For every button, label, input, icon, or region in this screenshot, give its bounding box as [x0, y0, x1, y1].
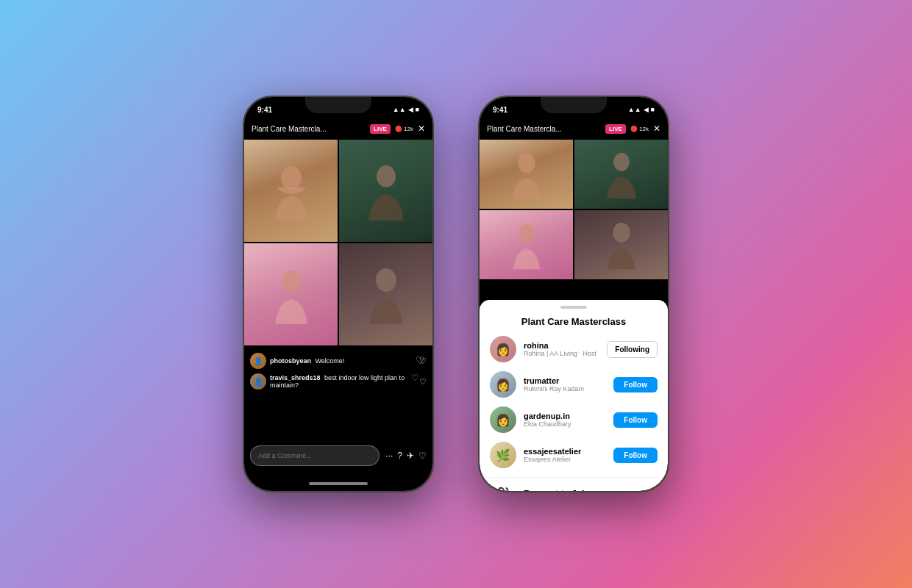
question-icon[interactable]: ? [397, 451, 402, 461]
username-trumatter: trumatter [524, 376, 606, 385]
chat-text-2: travis_shreds18 best indoor low light pl… [270, 374, 416, 389]
video-cell-1 [244, 140, 338, 242]
person-r2 [603, 148, 640, 200]
follow-button-gardenup[interactable]: Follow [613, 412, 658, 428]
svg-point-2 [282, 270, 301, 293]
avatar-essajees: 🌿 [490, 442, 516, 468]
live-header-right: Plant Care Mastercla... LIVE 🔴 12k ✕ [480, 118, 668, 140]
chat-text-1: photosbyean Welcome! [270, 357, 344, 365]
following-button-rohina[interactable]: Following [607, 341, 658, 358]
viewer-count-right: 🔴 12k [630, 126, 649, 132]
video-cell-r3 [480, 210, 573, 279]
username-rohina: rohina [524, 341, 599, 350]
participant-row-trumatter: 👩 trumatter Rukmini Ray Kadam Follow [490, 371, 658, 398]
status-time-left: 9:41 [257, 106, 272, 114]
right-phone: 9:41 ▲▲ ◀ ■ Plant Care Mastercla... LIVE… [478, 96, 669, 492]
info-trumatter: trumatter Rukmini Ray Kadam [524, 376, 606, 392]
info-gardenup: gardenup.in Ekta Chaudhary [524, 412, 606, 428]
comment-input-left[interactable] [250, 445, 380, 466]
request-join-row[interactable]: Request to Join [490, 477, 658, 491]
info-essajees: essajeesatelier Essajees Atelier [524, 447, 606, 463]
wifi-icon-right: ◀ [644, 106, 649, 113]
chat-message-2: 👤 travis_shreds18 best indoor low light … [250, 373, 427, 390]
live-header-left: Plant Care Mastercla... LIVE 🔴 12k ✕ [244, 118, 432, 140]
viewer-count-left: 🔴 12k [395, 126, 413, 132]
sheet-title: Plant Care Masterclass [490, 316, 658, 327]
participant-row-rohina: 👩 rohina Rohina | AA Living · Host Follo… [490, 336, 658, 362]
chat-username-1: photosbyean [270, 357, 311, 365]
live-title-left: Plant Care Mastercla... [252, 125, 366, 133]
person-r4 [603, 219, 640, 270]
participant-row-gardenup: 👩 gardenup.in Ekta Chaudhary Follow [490, 406, 658, 433]
close-button-right[interactable]: ✕ [653, 123, 660, 134]
svg-point-1 [377, 165, 396, 187]
video-cell-r2 [574, 140, 668, 209]
username-essajees: essajeesatelier [524, 447, 606, 456]
video-grid-right [480, 140, 668, 279]
person-r3 [508, 219, 545, 270]
close-button-left[interactable]: ✕ [418, 123, 425, 134]
right-screen: 9:41 ▲▲ ◀ ■ Plant Care Mastercla... LIVE… [480, 97, 668, 491]
svg-point-6 [519, 225, 535, 243]
wifi-icon: ◀ [408, 106, 413, 113]
follow-button-trumatter[interactable]: Follow [613, 377, 658, 392]
status-bar-right: 9:41 ▲▲ ◀ ■ [480, 97, 668, 118]
chat-avatar-icon-1: 👤 [254, 357, 263, 365]
heart-float-1: ♡ [416, 354, 425, 366]
chat-message-text-1: Welcome! [316, 357, 345, 365]
like-icon[interactable]: ♡ [418, 451, 427, 461]
video-cell-4 [339, 243, 432, 345]
video-grid-left [244, 140, 432, 345]
svg-point-0 [281, 166, 302, 190]
person-silhouette-2 [364, 162, 408, 220]
status-bar-left: 9:41 ▲▲ ◀ ■ [244, 97, 432, 118]
left-screen: 9:41 ▲▲ ◀ ■ Plant Care Mastercla... LIVE… [244, 97, 432, 491]
person-silhouette-3 [269, 265, 313, 324]
avatar-emoji-essajees: 🌿 [496, 448, 510, 462]
status-time-right: 9:41 [493, 106, 507, 114]
avatar-gardenup: 👩 [490, 406, 516, 433]
username-gardenup: gardenup.in [524, 412, 606, 420]
avatar-trumatter: 👩 [490, 371, 516, 398]
chat-avatar-1: 👤 [250, 353, 266, 369]
video-cell-2 [339, 140, 432, 242]
users-icon [495, 486, 511, 491]
live-badge-right: LIVE [605, 124, 626, 134]
avatar-emoji-rohina: 👩 [496, 343, 510, 356]
svg-point-7 [613, 223, 630, 243]
heart-msg-2: ♡ [419, 377, 427, 387]
avatar-rohina: 👩 [490, 336, 516, 362]
participant-row-essajees: 🌿 essajeesatelier Essajees Atelier Follo… [490, 442, 658, 468]
comment-icons-left: ··· ? ✈ ♡ [385, 451, 427, 461]
comment-bar-left[interactable]: ··· ? ✈ ♡ [244, 442, 432, 469]
signal-icon: ▲▲ [393, 106, 406, 113]
status-icons-left: ▲▲ ◀ ■ [393, 106, 419, 113]
request-join-icon [490, 481, 516, 491]
svg-point-3 [376, 268, 396, 292]
chat-message-1: 👤 photosbyean Welcome! ♡ [250, 353, 427, 369]
video-cell-r4 [574, 210, 668, 279]
subtext-essajees: Essajees Atelier [524, 456, 606, 463]
status-icons-right: ▲▲ ◀ ■ [628, 106, 655, 113]
svg-point-8 [499, 488, 504, 491]
follow-button-essajees[interactable]: Follow [613, 448, 658, 463]
live-badge-left: LIVE [370, 124, 391, 134]
more-icon[interactable]: ··· [385, 451, 393, 461]
video-cell-r1 [480, 140, 573, 209]
svg-point-5 [613, 153, 630, 171]
sheet-handle [560, 306, 587, 309]
signal-icon-right: ▲▲ [628, 106, 641, 113]
subtext-gardenup: Ekta Chaudhary [524, 420, 606, 428]
subtext-rohina: Rohina | AA Living · Host [524, 350, 599, 357]
home-indicator-left [309, 482, 368, 485]
live-title-right: Plant Care Mastercla... [487, 125, 601, 133]
avatar-emoji-trumatter: 👩 [496, 378, 510, 392]
send-icon[interactable]: ✈ [407, 451, 414, 461]
info-rohina: rohina Rohina | AA Living · Host [524, 341, 599, 357]
battery-icon-right: ■ [651, 106, 655, 113]
bottom-sheet: Plant Care Masterclass 👩 rohina Rohina |… [480, 300, 668, 491]
heart-float-2: ♡ [411, 373, 419, 383]
subtext-trumatter: Rukmini Ray Kadam [524, 385, 606, 392]
request-join-label[interactable]: Request to Join [524, 489, 590, 491]
svg-point-4 [518, 154, 535, 173]
